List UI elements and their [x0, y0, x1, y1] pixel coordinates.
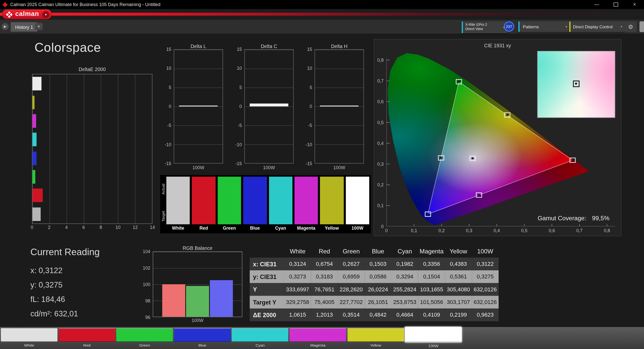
measurement-table: WhiteRedGreenBlueCyanMagentaYellow100W x… — [250, 245, 499, 321]
tab-history-1[interactable]: History 1 — [11, 22, 37, 32]
display-control-selector[interactable]: Direct Display Control ▼ — [569, 21, 625, 32]
table-cell: 0,0586 — [365, 270, 391, 283]
table-cell: 0,1504 — [418, 270, 445, 283]
y-tick-label: 0 — [310, 104, 312, 109]
app-icon — [3, 2, 8, 7]
window-title: Calman 2025 Calman Ultimate for Business… — [10, 2, 161, 7]
rgb-balance-x-label: 100W — [153, 318, 242, 323]
cie-y-axis-labels: 0,80,70,60,50,40,30,20,10 — [374, 50, 385, 226]
table-cell: 0,3124 — [284, 257, 311, 270]
y-tick-label: -15 — [165, 161, 171, 166]
y-axis-labels: 151050-5-10-15 — [162, 49, 172, 164]
table-cell: 305,4080 — [445, 283, 472, 296]
window-controls: — × — [587, 0, 644, 9]
close-button[interactable]: × — [625, 0, 644, 9]
pattern-button-cyan[interactable]: Cyan — [232, 328, 288, 347]
table-cell: 333,6997 — [284, 283, 311, 296]
table-cell: 632,0126 — [472, 283, 499, 296]
table-cell: 632,0126 — [472, 296, 499, 309]
table-header-row: WhiteRedGreenBlueCyanMagentaYellow100W — [250, 245, 499, 257]
row-label: y: CIE31 — [250, 270, 284, 283]
table-cell: 0,9623 — [472, 309, 499, 321]
col-header-yellow: Yellow — [445, 245, 472, 257]
cie-1931-panel: CIE 1931 xy — [374, 39, 621, 236]
cie-x-tick-label: 0,4 — [494, 228, 500, 233]
rgb-bar-red — [162, 284, 185, 317]
pattern-label: Cyan — [232, 343, 288, 347]
gamut-coverage-value: 99,5% — [592, 214, 609, 222]
cie-y-tick-label: 0,7 — [377, 78, 384, 83]
delta-e-bar-magenta — [32, 114, 36, 128]
y-tick-label: 5 — [310, 85, 312, 90]
pattern-button-100w[interactable]: 100W — [405, 328, 462, 348]
table-cell: 0,3275 — [472, 270, 499, 283]
swatch-column-green: Green — [218, 177, 241, 232]
add-tab-button[interactable]: + — [35, 23, 43, 30]
table-cell: 303,1707 — [445, 296, 472, 309]
patterns-selector[interactable]: Patterns ▼ — [518, 21, 570, 32]
settings-button[interactable]: ⚙ — [625, 21, 637, 32]
table-cell: 329,2758 — [284, 296, 311, 309]
minimize-button[interactable]: — — [587, 0, 606, 9]
y-tick-label: -5 — [308, 123, 312, 128]
history-panel-toggle[interactable]: ▶ — [2, 23, 9, 30]
pattern-window-badge[interactable]: 237 — [504, 21, 514, 32]
delta-e-row-white — [32, 74, 152, 93]
swatch-label: Cyan — [269, 224, 292, 232]
table-cell: 103,1655 — [418, 283, 445, 296]
gamut-coverage: Gamut Coverage:99,5% — [538, 214, 609, 222]
color-swatch — [294, 177, 318, 224]
swatch-label: Yellow — [320, 224, 344, 232]
cie-y-tick-label: 0 — [381, 224, 384, 229]
pattern-button-white[interactable]: White — [1, 328, 57, 347]
table-row-target-y: Target Y329,275875,4005227,770226,105125… — [250, 296, 499, 309]
cie-y-tick-label: 0,2 — [377, 182, 384, 187]
y-tick-label: 15 — [237, 47, 242, 52]
actual-row-label: Actual — [161, 190, 165, 194]
table-row-e-2000: ΔE 20001,06151,20130,35140,48420,46640,4… — [250, 309, 499, 321]
cie-y-tick-label: 0,1 — [377, 203, 384, 208]
tab-bar-edge-handle[interactable] — [639, 21, 644, 32]
pattern-button-magenta[interactable]: Magenta — [290, 328, 346, 347]
reading-value: cd/m²: 632,01 — [30, 307, 100, 321]
table-cell: 0,3356 — [418, 257, 445, 270]
row-label: ΔE 2000 — [250, 309, 284, 321]
cie-x-tick-label: 0,5 — [521, 228, 527, 233]
meter-selector[interactable]: X-Rite i1Pro 2 Direct View ▼ — [462, 21, 507, 33]
y-tick-label: 96 — [145, 315, 150, 319]
delta-e-x-tick: 6 — [82, 225, 85, 230]
chart-title: Delta C — [244, 43, 294, 49]
cie-x-tick-label: 0,2 — [438, 228, 445, 233]
delta-e-x-tick: 8 — [100, 225, 102, 230]
delta-e-x-tick: 10 — [116, 225, 121, 230]
meter-mode: Direct View — [465, 27, 501, 31]
chart-title: Delta H — [315, 43, 364, 49]
color-swatch — [243, 177, 267, 224]
pattern-swatch — [347, 328, 404, 342]
delta-e-row-red — [32, 186, 152, 205]
table-cell: 101,5056 — [418, 296, 445, 309]
bottom-bar: WhiteRedGreenBlueCyanMagentaYellow100W ▲… — [0, 326, 644, 349]
y-tick-label: 104 — [143, 249, 150, 254]
pattern-swatch — [116, 328, 173, 342]
table-cell: 0,2627 — [338, 257, 365, 270]
col-header-green: Green — [338, 245, 365, 257]
table-cell: 0,4383 — [445, 257, 472, 270]
calman-logo-menu[interactable]: calman ▼ — [2, 9, 52, 19]
pattern-button-yellow[interactable]: Yellow — [347, 328, 404, 347]
pattern-swatch — [232, 328, 288, 342]
cie-x-tick-label: 0,6 — [549, 228, 555, 233]
pattern-button-blue[interactable]: Blue — [174, 328, 231, 347]
cie-x-tick-label: 0,7 — [576, 228, 583, 233]
pattern-button-red[interactable]: Red — [59, 328, 115, 347]
pattern-button-green[interactable]: Green — [116, 328, 173, 347]
table-cell: 0,1982 — [391, 257, 418, 270]
delta-e-x-tick: 0 — [31, 225, 33, 230]
cie-y-tick-label: 0,3 — [377, 162, 384, 166]
pattern-label: Yellow — [347, 343, 404, 347]
chevron-down-icon: ▼ — [620, 26, 623, 28]
table-cell: 75,4005 — [311, 296, 338, 309]
maximize-button[interactable] — [606, 0, 625, 9]
chart-title: Delta L — [174, 43, 223, 49]
table-cell: 0,3122 — [472, 257, 499, 270]
